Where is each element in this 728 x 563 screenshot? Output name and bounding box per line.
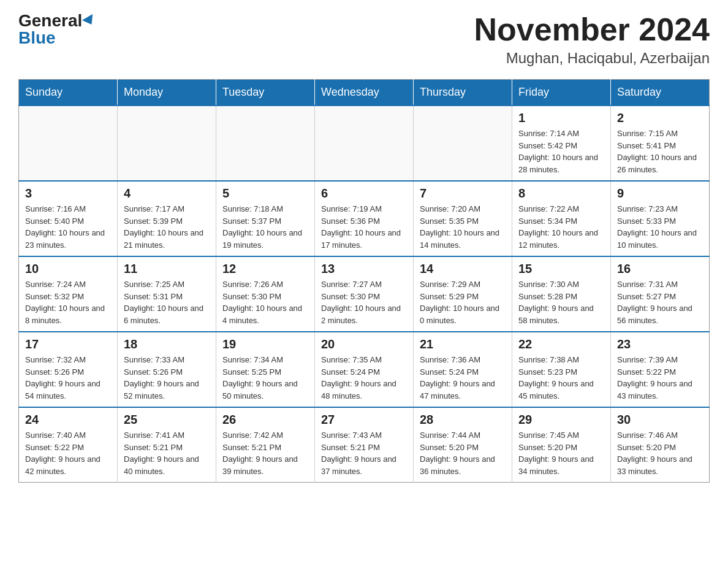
calendar-cell: 22Sunrise: 7:38 AMSunset: 5:23 PMDayligh… <box>512 332 611 407</box>
calendar-week-2: 10Sunrise: 7:24 AMSunset: 5:32 PMDayligh… <box>19 256 710 332</box>
day-info: Sunrise: 7:42 AMSunset: 5:21 PMDaylight:… <box>222 429 308 477</box>
day-info: Sunrise: 7:35 AMSunset: 5:24 PMDaylight:… <box>321 354 407 402</box>
calendar-cell: 6Sunrise: 7:19 AMSunset: 5:36 PMDaylight… <box>315 181 414 256</box>
day-number: 27 <box>321 413 407 427</box>
weekday-header-saturday: Saturday <box>611 80 710 106</box>
day-info: Sunrise: 7:31 AMSunset: 5:27 PMDaylight:… <box>617 278 703 326</box>
calendar-cell: 27Sunrise: 7:43 AMSunset: 5:21 PMDayligh… <box>315 407 414 483</box>
day-info: Sunrise: 7:34 AMSunset: 5:25 PMDaylight:… <box>222 354 308 402</box>
day-number: 20 <box>321 337 407 351</box>
day-info: Sunrise: 7:40 AMSunset: 5:22 PMDaylight:… <box>25 429 111 477</box>
calendar-cell: 8Sunrise: 7:22 AMSunset: 5:34 PMDaylight… <box>512 181 611 256</box>
day-number: 11 <box>124 262 210 276</box>
day-info: Sunrise: 7:24 AMSunset: 5:32 PMDaylight:… <box>25 278 111 326</box>
calendar-cell: 16Sunrise: 7:31 AMSunset: 5:27 PMDayligh… <box>611 256 710 332</box>
calendar-table: SundayMondayTuesdayWednesdayThursdayFrid… <box>18 79 710 483</box>
day-number: 8 <box>518 186 604 201</box>
day-info: Sunrise: 7:32 AMSunset: 5:26 PMDaylight:… <box>25 354 111 402</box>
day-number: 21 <box>420 337 506 351</box>
day-info: Sunrise: 7:15 AMSunset: 5:41 PMDaylight:… <box>617 128 703 175</box>
day-number: 2 <box>617 111 703 125</box>
calendar-week-3: 17Sunrise: 7:32 AMSunset: 5:26 PMDayligh… <box>19 332 710 407</box>
day-number: 12 <box>222 262 308 276</box>
day-info: Sunrise: 7:39 AMSunset: 5:22 PMDaylight:… <box>617 354 703 402</box>
calendar-cell: 30Sunrise: 7:46 AMSunset: 5:20 PMDayligh… <box>611 407 710 483</box>
calendar-cell <box>19 105 118 181</box>
day-number: 29 <box>518 413 604 427</box>
day-number: 9 <box>617 186 703 201</box>
day-info: Sunrise: 7:22 AMSunset: 5:34 PMDaylight:… <box>518 203 604 251</box>
day-number: 1 <box>518 111 604 125</box>
weekday-header-sunday: Sunday <box>19 80 118 106</box>
calendar-cell: 7Sunrise: 7:20 AMSunset: 5:35 PMDaylight… <box>414 181 512 256</box>
logo-blue-text: Blue <box>18 29 56 47</box>
day-number: 7 <box>420 186 506 201</box>
day-info: Sunrise: 7:41 AMSunset: 5:21 PMDaylight:… <box>124 429 210 477</box>
calendar-header-row: SundayMondayTuesdayWednesdayThursdayFrid… <box>19 80 710 106</box>
calendar-cell: 3Sunrise: 7:16 AMSunset: 5:40 PMDaylight… <box>19 181 118 256</box>
calendar-cell: 9Sunrise: 7:23 AMSunset: 5:33 PMDaylight… <box>611 181 710 256</box>
title-section: November 2024 Mughan, Haciqabul, Azerbai… <box>474 12 710 67</box>
day-info: Sunrise: 7:43 AMSunset: 5:21 PMDaylight:… <box>321 429 407 477</box>
day-number: 22 <box>518 337 604 351</box>
day-number: 17 <box>25 337 111 351</box>
calendar-cell: 14Sunrise: 7:29 AMSunset: 5:29 PMDayligh… <box>414 256 512 332</box>
day-info: Sunrise: 7:18 AMSunset: 5:37 PMDaylight:… <box>222 203 308 251</box>
day-info: Sunrise: 7:14 AMSunset: 5:42 PMDaylight:… <box>518 128 604 175</box>
calendar-cell: 23Sunrise: 7:39 AMSunset: 5:22 PMDayligh… <box>611 332 710 407</box>
day-number: 5 <box>222 186 308 201</box>
logo-general-text: General <box>18 12 82 29</box>
day-info: Sunrise: 7:30 AMSunset: 5:28 PMDaylight:… <box>518 278 604 326</box>
calendar-cell: 18Sunrise: 7:33 AMSunset: 5:26 PMDayligh… <box>118 332 216 407</box>
weekday-header-monday: Monday <box>118 80 216 106</box>
day-info: Sunrise: 7:36 AMSunset: 5:24 PMDaylight:… <box>420 354 506 402</box>
calendar-cell <box>118 105 216 181</box>
weekday-header-wednesday: Wednesday <box>315 80 414 106</box>
day-info: Sunrise: 7:16 AMSunset: 5:40 PMDaylight:… <box>25 203 111 251</box>
calendar-cell <box>414 105 512 181</box>
logo: General Blue <box>18 12 96 47</box>
calendar-cell: 13Sunrise: 7:27 AMSunset: 5:30 PMDayligh… <box>315 256 414 332</box>
day-number: 30 <box>617 413 703 427</box>
day-info: Sunrise: 7:38 AMSunset: 5:23 PMDaylight:… <box>518 354 604 402</box>
calendar-cell: 10Sunrise: 7:24 AMSunset: 5:32 PMDayligh… <box>19 256 118 332</box>
day-info: Sunrise: 7:19 AMSunset: 5:36 PMDaylight:… <box>321 203 407 251</box>
day-number: 10 <box>25 262 111 276</box>
day-info: Sunrise: 7:26 AMSunset: 5:30 PMDaylight:… <box>222 278 308 326</box>
calendar-cell: 26Sunrise: 7:42 AMSunset: 5:21 PMDayligh… <box>216 407 315 483</box>
calendar-cell: 28Sunrise: 7:44 AMSunset: 5:20 PMDayligh… <box>414 407 512 483</box>
day-info: Sunrise: 7:17 AMSunset: 5:39 PMDaylight:… <box>124 203 210 251</box>
calendar-cell: 25Sunrise: 7:41 AMSunset: 5:21 PMDayligh… <box>118 407 216 483</box>
calendar-cell: 24Sunrise: 7:40 AMSunset: 5:22 PMDayligh… <box>19 407 118 483</box>
calendar-cell: 5Sunrise: 7:18 AMSunset: 5:37 PMDaylight… <box>216 181 315 256</box>
page-header: General Blue November 2024 Mughan, Haciq… <box>18 12 710 67</box>
calendar-cell: 20Sunrise: 7:35 AMSunset: 5:24 PMDayligh… <box>315 332 414 407</box>
day-info: Sunrise: 7:29 AMSunset: 5:29 PMDaylight:… <box>420 278 506 326</box>
weekday-header-thursday: Thursday <box>414 80 512 106</box>
calendar-week-1: 3Sunrise: 7:16 AMSunset: 5:40 PMDaylight… <box>19 181 710 256</box>
day-number: 23 <box>617 337 703 351</box>
day-number: 4 <box>124 186 210 201</box>
calendar-cell: 4Sunrise: 7:17 AMSunset: 5:39 PMDaylight… <box>118 181 216 256</box>
day-info: Sunrise: 7:46 AMSunset: 5:20 PMDaylight:… <box>617 429 703 477</box>
day-number: 13 <box>321 262 407 276</box>
calendar-cell: 21Sunrise: 7:36 AMSunset: 5:24 PMDayligh… <box>414 332 512 407</box>
day-info: Sunrise: 7:25 AMSunset: 5:31 PMDaylight:… <box>124 278 210 326</box>
calendar-cell <box>315 105 414 181</box>
day-info: Sunrise: 7:33 AMSunset: 5:26 PMDaylight:… <box>124 354 210 402</box>
month-title: November 2024 <box>474 12 710 47</box>
calendar-cell: 17Sunrise: 7:32 AMSunset: 5:26 PMDayligh… <box>19 332 118 407</box>
day-number: 16 <box>617 262 703 276</box>
calendar-cell: 11Sunrise: 7:25 AMSunset: 5:31 PMDayligh… <box>118 256 216 332</box>
calendar-week-0: 1Sunrise: 7:14 AMSunset: 5:42 PMDaylight… <box>19 105 710 181</box>
calendar-cell: 15Sunrise: 7:30 AMSunset: 5:28 PMDayligh… <box>512 256 611 332</box>
weekday-header-tuesday: Tuesday <box>216 80 315 106</box>
calendar-cell: 2Sunrise: 7:15 AMSunset: 5:41 PMDaylight… <box>611 105 710 181</box>
day-info: Sunrise: 7:45 AMSunset: 5:20 PMDaylight:… <box>518 429 604 477</box>
logo-arrow-icon <box>82 14 97 28</box>
calendar-body: 1Sunrise: 7:14 AMSunset: 5:42 PMDaylight… <box>19 105 710 483</box>
calendar-cell <box>216 105 315 181</box>
day-number: 24 <box>25 413 111 427</box>
day-info: Sunrise: 7:44 AMSunset: 5:20 PMDaylight:… <box>420 429 506 477</box>
day-number: 26 <box>222 413 308 427</box>
